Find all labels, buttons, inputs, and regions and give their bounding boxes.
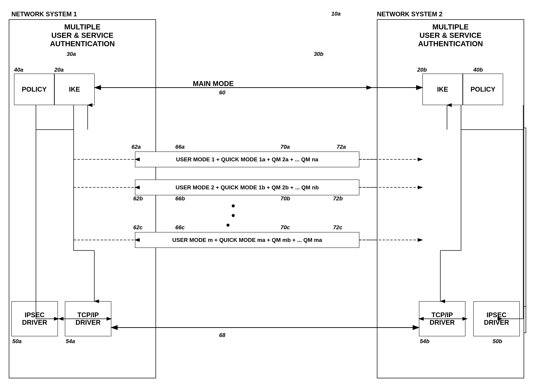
ref-30a: 30a xyxy=(67,51,76,57)
ref-70c: 70c xyxy=(280,224,290,231)
mode3-box: USER MODE m + QUICK MODE ma + QM mb + ..… xyxy=(135,232,359,248)
ref-70a: 70a xyxy=(280,144,290,150)
ref-54a: 54a xyxy=(66,338,75,345)
ref-62b: 62b xyxy=(133,195,143,202)
ns1-label: NETWORK SYSTEM 1 xyxy=(11,10,77,18)
ref-60: 60 xyxy=(219,89,225,96)
ref-66a: 66a xyxy=(175,144,185,150)
ref-66b: 66b xyxy=(175,195,185,202)
ns2-ike-box: IKE xyxy=(422,74,463,105)
ref-50a: 50a xyxy=(12,338,22,345)
ellipsis-dot-66c: • xyxy=(226,219,231,231)
ref-62a: 62a xyxy=(132,144,141,150)
tcpip2-box: TCP/IP DRIVER xyxy=(419,301,465,336)
ref-72b: 72b xyxy=(333,195,343,202)
tcpip1-box: TCP/IP DRIVER xyxy=(65,301,111,336)
ns2-label: NETWORK SYSTEM 2 xyxy=(377,10,442,18)
ref-40a: 40a xyxy=(14,67,23,73)
ref-20b: 20b xyxy=(417,67,427,73)
ref-40b: 40b xyxy=(473,67,483,73)
ns2-policy-box: POLICY xyxy=(463,74,503,105)
ref-10a: 10a xyxy=(331,10,341,17)
ipsec2-box: IPSEC DRIVER xyxy=(473,301,520,336)
ipsec1-box: IPSEC DRIVER xyxy=(11,301,58,336)
ellipsis-dots2: • xyxy=(231,209,237,221)
ref-68: 68 xyxy=(219,332,225,338)
ref-72c: 72c xyxy=(333,224,342,231)
mode1-box: USER MODE 1 + QUICK MODE 1a + QM 2a + ..… xyxy=(135,152,359,167)
diagram: NETWORK SYSTEM 1 MULTIPLE USER & SERVICE… xyxy=(0,0,535,392)
ref-70b: 70b xyxy=(280,195,290,202)
mode2-box: USER MODE 2 + QUICK MODE 1b + QM 2b + ..… xyxy=(135,180,359,195)
ref-54b: 54b xyxy=(420,338,430,345)
ns1-policy-box: POLICY xyxy=(14,74,54,105)
ref-20a: 20a xyxy=(54,67,64,73)
ref-30b: 30b xyxy=(314,51,323,57)
ns2-title: MULTIPLE USER & SERVICE AUTHENTICATION xyxy=(379,23,522,48)
ref-66c: 66c xyxy=(175,224,185,231)
ref-72a: 72a xyxy=(336,144,346,150)
ref-62c: 62c xyxy=(133,224,142,231)
ns1-ike-box: IKE xyxy=(54,74,95,105)
main-mode-label: MAIN MODE xyxy=(193,80,234,88)
ref-50b: 50b xyxy=(492,338,502,345)
ns1-title: MULTIPLE USER & SERVICE AUTHENTICATION xyxy=(14,23,151,48)
